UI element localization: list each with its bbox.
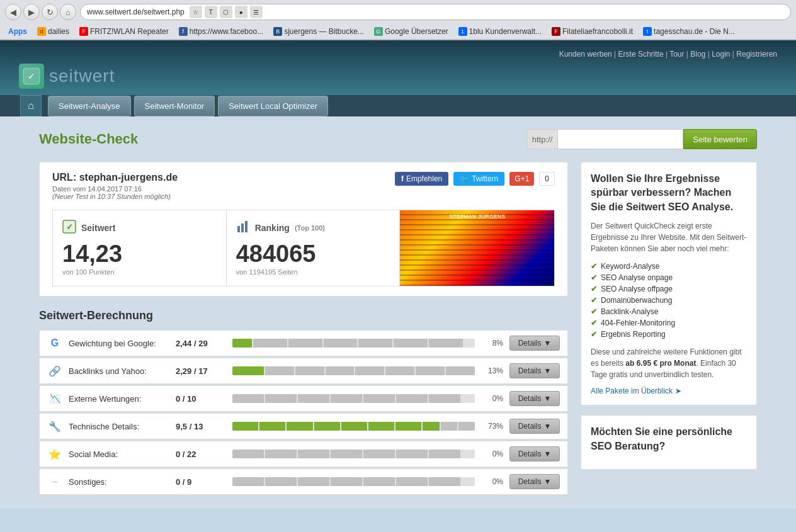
extension-icon-1[interactable]: ⬡	[220, 6, 232, 18]
facebook-share-button[interactable]: f Empfehlen	[395, 172, 448, 186]
reload-button[interactable]: ↻	[42, 4, 58, 20]
logo-container: ✓ seitwert	[19, 64, 777, 89]
score-cards: ✓ Seitwert 14,23 von 100 Punkten	[52, 210, 555, 286]
result-next-test: (Neuer Test in 10:37 Stunden möglich)	[52, 193, 178, 200]
calc-score-extern: 0 / 10	[176, 394, 226, 404]
browser-toolbar: ◀ ▶ ↻ ⌂ www.seitwert.de/seitwert.php ☆ T…	[0, 0, 796, 24]
sidebar: Wollen Sie Ihre Ergebnisse spürbar verbe…	[581, 162, 757, 496]
calc-percent-backlinks: 13%	[481, 366, 503, 375]
bookmark-icon-filatelie: F	[552, 27, 560, 36]
alle-pakete-link[interactable]: Alle Pakete im Überblick ➤	[591, 387, 747, 395]
address-bar[interactable]: www.seitwert.de/seitwert.php ☆ T ⬡ ● ☰	[80, 4, 791, 20]
bookmark-label-1blu: 1blu Kundenverwalt...	[469, 27, 542, 36]
check-icon-2: ✔	[591, 273, 597, 282]
backlinks-icon: 🔗	[47, 363, 62, 378]
details-button-technik[interactable]: Details ▼	[509, 419, 560, 434]
ranking-icon	[236, 220, 250, 235]
feature-label-1: Keyword-Analyse	[601, 262, 659, 271]
logo-icon: ✓	[19, 64, 44, 89]
home-button[interactable]: ⌂	[60, 4, 76, 20]
nav-home-button[interactable]: ⌂	[20, 95, 42, 116]
bookmark-label-bitbucket: sjuergens — Bitbucke...	[284, 27, 364, 36]
calc-label-google: Gewichtung bei Google:	[69, 339, 169, 348]
forward-button[interactable]: ▶	[23, 4, 40, 20]
bookmark-label-fritzwlan: FRITZ!WLAN Repeater	[90, 27, 169, 36]
bookmark-icon-fritzwlan: F	[79, 27, 88, 36]
details-chevron-backlinks: ▼	[543, 366, 551, 375]
logo-text: seitwert	[49, 66, 115, 86]
twitter-share-button[interactable]: 🐦 Twittern	[453, 172, 504, 186]
gplus-count: 0	[539, 172, 555, 186]
registrieren-link[interactable]: Registrieren	[736, 50, 777, 59]
bookmark-bitbucket[interactable]: B sjuergens — Bitbucke...	[270, 26, 367, 37]
bookmark-icon-tagesschau: t	[643, 27, 652, 36]
bookmark-dailies[interactable]: d dailies	[34, 26, 72, 37]
feature-item-2: ✔SEO Analyse onpage	[591, 272, 747, 283]
blog-link[interactable]: Blog	[690, 50, 705, 59]
calc-bar-social	[232, 450, 475, 458]
bookmark-tagesschau[interactable]: t tagesschau.de - Die N...	[640, 26, 738, 37]
calc-bar-backlinks	[232, 366, 475, 375]
feature-label-5: Backlink-Analyse	[601, 307, 658, 316]
result-url: URL: stephan-juergens.de	[52, 172, 178, 183]
calc-bar-google	[232, 339, 475, 348]
extern-icon: 📉	[47, 391, 62, 406]
bookmark-icon[interactable]: ☆	[190, 6, 202, 18]
feature-item-3: ✔SEO Analyse offpage	[591, 283, 747, 295]
nav-analyse-button[interactable]: Seitwert-Analyse	[48, 96, 131, 116]
technik-icon: 🔧	[47, 419, 62, 434]
calc-label-social: Social Media:	[69, 450, 169, 459]
feature-label-3: SEO Analyse offpage	[601, 285, 673, 293]
calc-row-social: ⭐ Social Media: 0 / 22	[39, 441, 568, 467]
bookmark-google-translate[interactable]: G Google Übersetzer	[371, 26, 452, 37]
alle-pakete-label: Alle Pakete im Überblick	[591, 387, 673, 395]
bookmark-icon-1blu: 1	[458, 27, 467, 36]
seitwert-card: ✓ Seitwert 14,23 von 100 Punkten	[53, 210, 227, 286]
result-date: Daten vom 14.04.2017 07:16	[52, 185, 178, 193]
bookmark-facebook[interactable]: f https://www.faceboo...	[176, 26, 266, 37]
bookmark-1blu[interactable]: 1 1blu Kundenverwalt...	[455, 26, 545, 37]
seitwert-card-label: Seitwert	[81, 223, 115, 233]
screenshot-preview: STEPHAN JÜRGENS	[400, 210, 554, 286]
feature-item-5: ✔Backlink-Analyse	[591, 306, 747, 317]
details-button-sonstiges[interactable]: Details ▼	[509, 474, 560, 489]
apps-bookmark[interactable]: Apps	[5, 26, 30, 37]
nav-local-optimizer-button[interactable]: Seitwert Local Optimizer	[218, 96, 328, 116]
erste-schritte-link[interactable]: Erste Schritte	[618, 50, 664, 59]
svg-text:✓: ✓	[28, 71, 35, 81]
calc-label-technik: Technische Details:	[69, 422, 169, 431]
gplus-label: G+1	[515, 174, 529, 183]
tour-link[interactable]: Tour	[669, 50, 684, 59]
details-button-extern[interactable]: Details ▼	[509, 391, 560, 406]
screenshot-card: STEPHAN JÜRGENS	[400, 210, 554, 286]
details-button-social[interactable]: Details ▼	[509, 446, 560, 461]
login-link[interactable]: Login	[712, 50, 730, 59]
url-input[interactable]	[557, 129, 683, 149]
calc-percent-technik: 73%	[481, 422, 503, 431]
nav-monitor-button[interactable]: Seitwert-Monitor	[134, 96, 215, 116]
extension-icon-2[interactable]: ●	[235, 6, 247, 18]
details-button-google[interactable]: Details ▼	[509, 336, 560, 351]
details-label-backlinks: Details	[518, 366, 542, 375]
kunden-werben-link[interactable]: Kunden werben	[559, 50, 612, 59]
calc-label-backlinks: Backlinks und Yahoo:	[69, 366, 169, 376]
bookmark-label-translate: Google Übersetzer	[385, 27, 448, 36]
bookmark-fritzwlan[interactable]: F FRITZ!WLAN Repeater	[76, 26, 172, 37]
back-button[interactable]: ◀	[5, 4, 21, 20]
calc-bar-extern	[232, 394, 475, 403]
extension-icon-3[interactable]: ☰	[250, 6, 263, 18]
bookmark-filatelie[interactable]: F Filateliaefrancobolli.it	[549, 26, 636, 37]
details-button-backlinks[interactable]: Details ▼	[509, 363, 560, 378]
seite-bewerten-button[interactable]: Seite bewerten	[683, 129, 757, 149]
feature-list: ✔Keyword-Analyse ✔SEO Analyse onpage ✔SE…	[591, 261, 747, 340]
details-label-social: Details	[518, 450, 542, 458]
url-prefix: http://	[526, 129, 558, 149]
seitwert-icon: ✓	[62, 220, 76, 235]
feature-item-7: ✔Ergebnis Reporting	[591, 329, 747, 340]
website-check-title: Website-Check	[39, 131, 138, 147]
url-input-group: http:// Seite bewerten	[526, 129, 757, 149]
calc-score-backlinks: 2,29 / 17	[176, 366, 226, 376]
url-info: URL: stephan-juergens.de Daten vom 14.04…	[52, 172, 178, 200]
translate-icon[interactable]: T	[205, 6, 217, 18]
gplus-share-button[interactable]: G+1	[509, 172, 534, 186]
